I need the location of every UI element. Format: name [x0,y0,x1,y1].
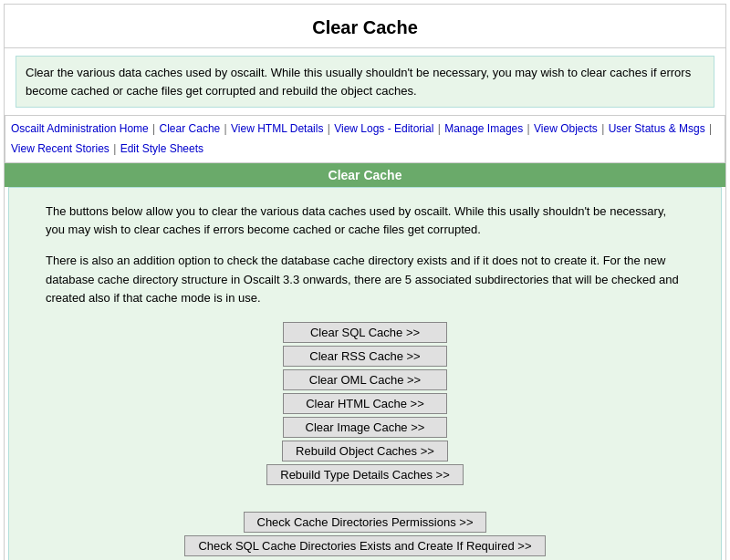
nav-item-view-recent[interactable]: View Recent Stories [11,142,110,155]
rebuild-object-caches-button[interactable]: Rebuild Object Caches >> [282,441,448,461]
clear-oml-cache-button[interactable]: Clear OML Cache >> [283,369,447,390]
clear-image-cache-button[interactable]: Clear Image Cache >> [283,417,447,438]
rebuild-type-details-button[interactable]: Rebuild Type Details Caches >> [266,464,463,485]
nav-item-clear-cache[interactable]: Clear Cache [160,122,221,135]
clear-sql-cache-button[interactable]: Clear SQL Cache >> [283,322,447,343]
page-wrapper: Clear Cache Clear the various data cache… [4,4,726,560]
nav-item-view-html[interactable]: View HTML Details [231,122,323,135]
nav-item-edit-style[interactable]: Edit Style Sheets [120,142,203,155]
nav-bar: Oscailt Administration Home | Clear Cach… [5,115,725,163]
section-header: Clear Cache [5,163,725,187]
nav-item-view-objects[interactable]: View Objects [534,122,598,135]
page-title: Clear Cache [5,17,725,38]
primary-buttons-section: Clear SQL Cache >> Clear RSS Cache >> Cl… [46,322,684,485]
check-sql-cache-dir-button[interactable]: Check SQL Cache Directories Exists and C… [184,535,545,556]
nav-item-user-status[interactable]: User Status & Msgs [609,122,705,135]
separator [46,488,684,497]
content-para-2: There is also an addition option to chec… [46,252,684,306]
nav-item-manage-images[interactable]: Manage Images [444,122,523,135]
clear-rss-cache-button[interactable]: Clear RSS Cache >> [283,346,447,367]
secondary-buttons-section: Check Cache Directories Permissions >> C… [46,512,684,556]
main-content: The buttons below allow you to clear the… [8,187,722,560]
content-para-1: The buttons below allow you to clear the… [46,202,684,239]
nav-item-view-logs[interactable]: View Logs - Editorial [334,122,433,135]
page-title-section: Clear Cache [5,5,725,48]
clear-html-cache-button[interactable]: Clear HTML Cache >> [283,393,447,414]
check-cache-dir-permissions-button[interactable]: Check Cache Directories Permissions >> [244,512,487,533]
nav-item-admin-home[interactable]: Oscailt Administration Home [11,122,149,135]
page-description: Clear the various data caches used by os… [16,56,714,108]
